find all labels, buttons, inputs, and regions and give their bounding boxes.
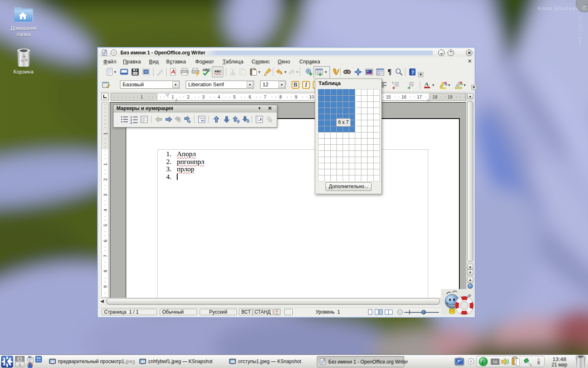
svg-text:i: i (482, 359, 483, 365)
